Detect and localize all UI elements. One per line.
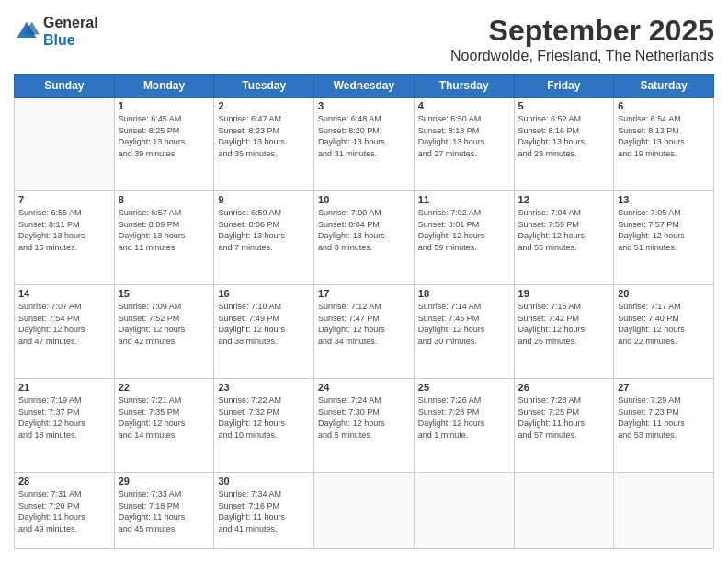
day-number: 26	[518, 382, 610, 393]
calendar-cell: 18Sunrise: 7:14 AMSunset: 7:45 PMDayligh…	[414, 285, 514, 379]
col-wednesday: Wednesday	[314, 75, 415, 98]
calendar-cell: 13Sunrise: 7:05 AMSunset: 7:57 PMDayligh…	[614, 191, 714, 285]
day-number: 3	[318, 100, 410, 111]
day-info: Sunrise: 6:50 AMSunset: 8:18 PMDaylight:…	[418, 113, 510, 159]
col-saturday: Saturday	[614, 75, 714, 98]
calendar-header-row: Sunday Monday Tuesday Wednesday Thursday…	[15, 75, 714, 98]
calendar-cell: 8Sunrise: 6:57 AMSunset: 8:09 PMDaylight…	[114, 191, 214, 285]
calendar-cell: 26Sunrise: 7:28 AMSunset: 7:25 PMDayligh…	[514, 379, 614, 473]
day-number: 17	[318, 288, 410, 299]
calendar-cell: 12Sunrise: 7:04 AMSunset: 7:59 PMDayligh…	[514, 191, 614, 285]
col-thursday: Thursday	[414, 75, 514, 98]
day-info: Sunrise: 7:33 AMSunset: 7:18 PMDaylight:…	[119, 488, 210, 534]
calendar-cell: 17Sunrise: 7:12 AMSunset: 7:47 PMDayligh…	[314, 285, 415, 379]
day-info: Sunrise: 7:29 AMSunset: 7:23 PMDaylight:…	[618, 395, 710, 441]
day-number: 2	[218, 100, 310, 111]
calendar-cell: 3Sunrise: 6:48 AMSunset: 8:20 PMDaylight…	[314, 98, 415, 191]
title-block: September 2025 Noordwolde, Friesland, Th…	[450, 14, 714, 64]
col-friday: Friday	[514, 75, 614, 98]
calendar-cell: 23Sunrise: 7:22 AMSunset: 7:32 PMDayligh…	[214, 379, 314, 473]
day-number: 21	[18, 382, 110, 393]
day-info: Sunrise: 7:34 AMSunset: 7:16 PMDaylight:…	[218, 488, 310, 534]
day-number: 4	[418, 100, 510, 111]
col-sunday: Sunday	[15, 75, 115, 98]
day-info: Sunrise: 7:16 AMSunset: 7:42 PMDaylight:…	[518, 301, 610, 347]
calendar-cell: 25Sunrise: 7:26 AMSunset: 7:28 PMDayligh…	[414, 379, 514, 473]
day-info: Sunrise: 7:05 AMSunset: 7:57 PMDaylight:…	[618, 207, 710, 253]
calendar-cell: 29Sunrise: 7:33 AMSunset: 7:18 PMDayligh…	[114, 473, 214, 549]
day-number: 23	[218, 382, 310, 393]
day-info: Sunrise: 7:12 AMSunset: 7:47 PMDaylight:…	[318, 301, 410, 347]
calendar-cell: 11Sunrise: 7:02 AMSunset: 8:01 PMDayligh…	[414, 191, 514, 285]
calendar-cell	[15, 98, 115, 191]
calendar-cell	[414, 473, 514, 549]
day-info: Sunrise: 6:59 AMSunset: 8:06 PMDaylight:…	[218, 207, 310, 253]
logo: General Blue	[14, 14, 98, 49]
day-number: 1	[119, 100, 210, 111]
logo-blue: Blue	[43, 31, 98, 49]
day-info: Sunrise: 7:28 AMSunset: 7:25 PMDaylight:…	[518, 395, 610, 441]
day-info: Sunrise: 6:47 AMSunset: 8:23 PMDaylight:…	[218, 113, 310, 159]
day-info: Sunrise: 7:31 AMSunset: 7:20 PMDaylight:…	[18, 488, 110, 534]
calendar-title: September 2025	[450, 14, 714, 48]
day-info: Sunrise: 7:24 AMSunset: 7:30 PMDaylight:…	[318, 395, 410, 441]
day-number: 7	[18, 194, 110, 205]
day-number: 29	[119, 476, 210, 487]
calendar-cell: 4Sunrise: 6:50 AMSunset: 8:18 PMDaylight…	[414, 98, 514, 191]
day-info: Sunrise: 7:07 AMSunset: 7:54 PMDaylight:…	[18, 301, 110, 347]
header: General Blue September 2025 Noordwolde, …	[14, 14, 714, 64]
logo-text: General Blue	[43, 14, 98, 49]
day-number: 28	[18, 476, 110, 487]
calendar-cell: 28Sunrise: 7:31 AMSunset: 7:20 PMDayligh…	[15, 473, 115, 549]
day-info: Sunrise: 7:17 AMSunset: 7:40 PMDaylight:…	[618, 301, 710, 347]
calendar-cell: 16Sunrise: 7:10 AMSunset: 7:49 PMDayligh…	[214, 285, 314, 379]
day-info: Sunrise: 6:52 AMSunset: 8:16 PMDaylight:…	[518, 113, 610, 159]
day-info: Sunrise: 7:22 AMSunset: 7:32 PMDaylight:…	[218, 395, 310, 441]
day-number: 27	[618, 382, 710, 393]
page: General Blue September 2025 Noordwolde, …	[0, 0, 728, 563]
logo-icon	[14, 18, 40, 44]
calendar-cell: 27Sunrise: 7:29 AMSunset: 7:23 PMDayligh…	[614, 379, 714, 473]
day-number: 14	[18, 288, 110, 299]
day-info: Sunrise: 6:45 AMSunset: 8:25 PMDaylight:…	[119, 113, 210, 159]
day-number: 6	[618, 100, 710, 111]
day-info: Sunrise: 7:02 AMSunset: 8:01 PMDaylight:…	[418, 207, 510, 253]
day-number: 22	[119, 382, 210, 393]
day-number: 20	[618, 288, 710, 299]
day-number: 8	[119, 194, 210, 205]
logo-general: General	[43, 14, 98, 31]
day-number: 12	[518, 194, 610, 205]
calendar-cell: 20Sunrise: 7:17 AMSunset: 7:40 PMDayligh…	[614, 285, 714, 379]
calendar-cell: 30Sunrise: 7:34 AMSunset: 7:16 PMDayligh…	[214, 473, 314, 549]
day-number: 19	[518, 288, 610, 299]
day-info: Sunrise: 7:26 AMSunset: 7:28 PMDaylight:…	[418, 395, 510, 441]
day-number: 13	[618, 194, 710, 205]
calendar-cell	[614, 473, 714, 549]
calendar-cell: 6Sunrise: 6:54 AMSunset: 8:13 PMDaylight…	[614, 98, 714, 191]
day-info: Sunrise: 6:55 AMSunset: 8:11 PMDaylight:…	[18, 207, 110, 253]
calendar-cell: 22Sunrise: 7:21 AMSunset: 7:35 PMDayligh…	[114, 379, 214, 473]
calendar-cell: 24Sunrise: 7:24 AMSunset: 7:30 PMDayligh…	[314, 379, 415, 473]
calendar-cell: 21Sunrise: 7:19 AMSunset: 7:37 PMDayligh…	[15, 379, 115, 473]
calendar-cell: 9Sunrise: 6:59 AMSunset: 8:06 PMDaylight…	[214, 191, 314, 285]
day-number: 16	[218, 288, 310, 299]
day-number: 10	[318, 194, 410, 205]
day-info: Sunrise: 7:19 AMSunset: 7:37 PMDaylight:…	[18, 395, 110, 441]
calendar-cell: 10Sunrise: 7:00 AMSunset: 8:04 PMDayligh…	[314, 191, 415, 285]
day-number: 25	[418, 382, 510, 393]
day-number: 11	[418, 194, 510, 205]
day-info: Sunrise: 6:48 AMSunset: 8:20 PMDaylight:…	[318, 113, 410, 159]
day-number: 18	[418, 288, 510, 299]
day-number: 30	[218, 476, 310, 487]
day-number: 15	[119, 288, 210, 299]
col-tuesday: Tuesday	[214, 75, 314, 98]
day-info: Sunrise: 7:10 AMSunset: 7:49 PMDaylight:…	[218, 301, 310, 347]
day-number: 24	[318, 382, 410, 393]
calendar-cell: 14Sunrise: 7:07 AMSunset: 7:54 PMDayligh…	[15, 285, 115, 379]
day-info: Sunrise: 7:04 AMSunset: 7:59 PMDaylight:…	[518, 207, 610, 253]
calendar-cell: 19Sunrise: 7:16 AMSunset: 7:42 PMDayligh…	[514, 285, 614, 379]
day-number: 5	[518, 100, 610, 111]
calendar-cell	[514, 473, 614, 549]
calendar-cell: 2Sunrise: 6:47 AMSunset: 8:23 PMDaylight…	[214, 98, 314, 191]
day-info: Sunrise: 7:14 AMSunset: 7:45 PMDaylight:…	[418, 301, 510, 347]
